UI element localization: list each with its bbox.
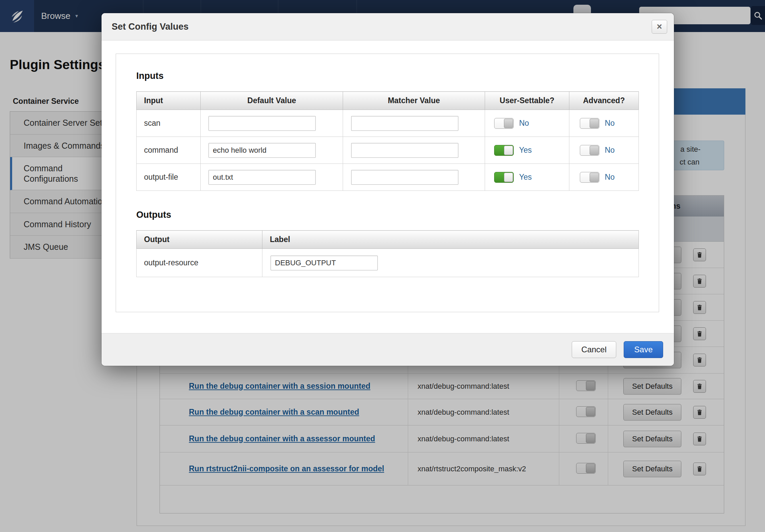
modal-footer: Cancel Save: [102, 333, 674, 366]
user-settable-state-label: Yes: [519, 173, 532, 182]
outputs-heading: Outputs: [136, 210, 639, 220]
default-value-input[interactable]: [208, 143, 316, 158]
input-name: command: [137, 137, 201, 164]
inputs-heading: Inputs: [136, 71, 639, 81]
advanced-state-label: No: [605, 146, 615, 155]
default-value-input[interactable]: [208, 116, 316, 131]
column-header-label: Label: [262, 231, 639, 249]
toggle-knob: [590, 146, 599, 155]
input-name: output-file: [137, 164, 201, 191]
output-label-input[interactable]: [271, 256, 378, 270]
set-config-modal: Set Config Values × Inputs Input Default…: [102, 13, 674, 366]
toggle-knob: [590, 173, 599, 182]
output-name: output-resource: [137, 249, 262, 277]
default-value-input[interactable]: [208, 170, 316, 185]
column-header-user-settable: User-Settable?: [485, 92, 569, 110]
user-settable-toggle[interactable]: [494, 145, 514, 156]
save-button[interactable]: Save: [624, 341, 663, 358]
toggle-knob: [590, 119, 599, 128]
user-settable-state-label: Yes: [519, 146, 532, 155]
toggle-knob: [504, 146, 513, 155]
outputs-table: Output Label output-resource: [136, 230, 639, 277]
input-name: scan: [137, 110, 201, 137]
toggle-knob: [504, 119, 513, 128]
advanced-toggle[interactable]: [580, 172, 599, 183]
advanced-state-label: No: [605, 173, 615, 182]
config-input-row: output-file Yes No: [137, 164, 639, 191]
user-settable-state-label: No: [519, 119, 529, 128]
close-button[interactable]: ×: [652, 20, 667, 34]
toggle-knob: [504, 173, 513, 182]
modal-body: Inputs Input Default Value Matcher Value…: [102, 41, 674, 333]
user-settable-toggle[interactable]: [494, 172, 514, 183]
user-settable-toggle[interactable]: [494, 118, 514, 129]
config-input-row: command Yes No: [137, 137, 639, 164]
advanced-state-label: No: [605, 119, 615, 128]
column-header-output: Output: [137, 231, 262, 249]
matcher-value-input[interactable]: [351, 170, 458, 185]
column-header-matcher-value: Matcher Value: [343, 92, 485, 110]
modal-title: Set Config Values: [112, 22, 189, 32]
inputs-table: Input Default Value Matcher Value User-S…: [136, 91, 639, 191]
column-header-default-value: Default Value: [201, 92, 343, 110]
advanced-toggle[interactable]: [580, 118, 599, 129]
config-output-row: output-resource: [137, 249, 639, 277]
screen: Browse ▼ Plugin Settings Container Servi…: [0, 0, 765, 532]
matcher-value-input[interactable]: [351, 143, 458, 158]
cancel-button[interactable]: Cancel: [572, 341, 617, 358]
column-header-input: Input: [137, 92, 201, 110]
advanced-toggle[interactable]: [580, 145, 599, 156]
column-header-advanced: Advanced?: [569, 92, 639, 110]
close-icon: ×: [657, 22, 662, 31]
config-input-row: scan No No: [137, 110, 639, 137]
config-panel: Inputs Input Default Value Matcher Value…: [116, 54, 659, 312]
matcher-value-input[interactable]: [351, 116, 458, 131]
modal-header: Set Config Values ×: [102, 13, 674, 40]
